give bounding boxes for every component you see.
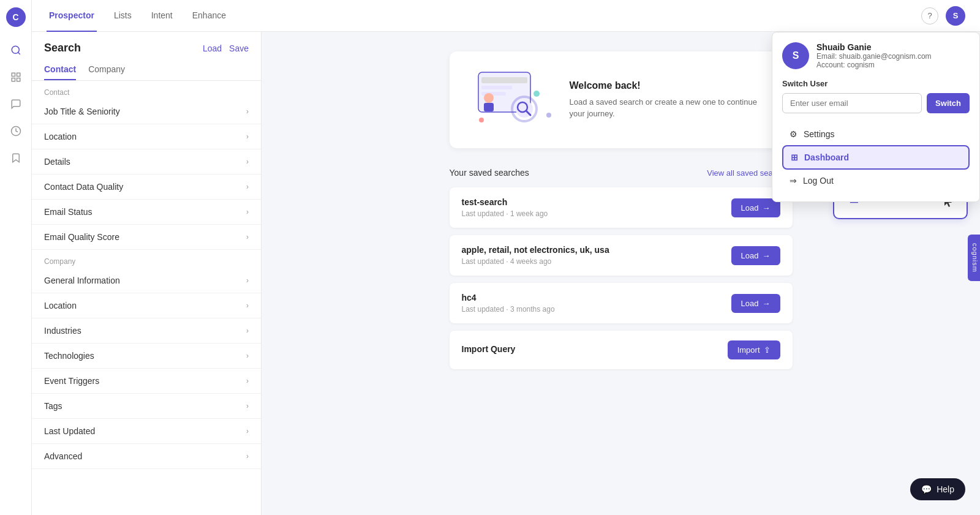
nav-intent[interactable]: Intent [149, 0, 175, 32]
filter-industries[interactable]: Industries › [32, 318, 261, 344]
cognism-side-tab[interactable]: cognism [968, 235, 980, 281]
svg-rect-1 [12, 73, 15, 76]
tab-contact[interactable]: Contact [44, 59, 76, 80]
contact-section-label: Contact [32, 81, 261, 99]
chevron-down-icon: › [246, 208, 249, 216]
filter-email-status-label: Email Status [44, 207, 92, 217]
chevron-down-icon: › [246, 132, 249, 141]
search-card-info: apple, retail, not electronics, uk, usa … [462, 245, 609, 266]
switch-user-button[interactable]: Switch [927, 93, 970, 113]
settings-label: Settings [804, 129, 835, 139]
switch-user-input[interactable] [782, 93, 922, 113]
search-card-meta: Last updated · 3 months ago [462, 305, 555, 314]
chevron-down-icon: › [246, 427, 249, 435]
history-nav-icon[interactable] [5, 120, 27, 142]
user-avatar-button[interactable]: S [946, 6, 965, 26]
filter-title: Search [44, 42, 81, 55]
logout-label: Log Out [803, 176, 834, 186]
save-filter-button[interactable]: Save [229, 43, 249, 53]
dashboard-menu-item[interactable]: ⊞ Dashboard [782, 145, 970, 170]
svg-point-17 [533, 91, 540, 97]
switch-user-label: Switch User [782, 79, 970, 88]
welcome-text: Welcome back! Load a saved search or cre… [570, 80, 773, 120]
svg-point-10 [484, 93, 494, 103]
search-card-name: hc4 [462, 293, 555, 303]
load-search-button-0[interactable]: Load → [731, 198, 780, 217]
filter-advanced-label: Advanced [44, 451, 82, 461]
user-avatar-large: S [782, 42, 809, 69]
svg-rect-7 [481, 77, 527, 83]
nav-prospector[interactable]: Prospector [47, 0, 97, 32]
filter-contact-data-quality[interactable]: Contact Data Quality › [32, 175, 261, 200]
arrow-right-icon: → [763, 203, 771, 212]
chevron-down-icon: › [246, 182, 249, 191]
logout-menu-item[interactable]: ⇒ Log Out [782, 170, 970, 192]
help-icon[interactable]: ? [921, 7, 938, 24]
filter-tags-label: Tags [44, 401, 62, 411]
filter-email-quality-score[interactable]: Email Quality Score › [32, 225, 261, 250]
filter-tabs: Contact Company [32, 59, 261, 81]
filter-tags[interactable]: Tags › [32, 394, 261, 419]
top-nav: Prospector Lists Intent Enhance ? S [32, 0, 980, 32]
grid-nav-icon[interactable] [5, 66, 27, 88]
user-details: Shuaib Ganie Email: shuaib.ganie@cognism… [816, 42, 932, 69]
filter-job-title[interactable]: Job Title & Seniority › [32, 99, 261, 124]
svg-rect-2 [17, 73, 20, 76]
app-logo[interactable]: C [6, 7, 26, 27]
user-dropdown: S Shuaib Ganie Email: shuaib.ganie@cogni… [772, 32, 980, 202]
user-email: Email: shuaib.ganie@cognism.com [816, 52, 932, 61]
filter-event-triggers[interactable]: Event Triggers › [32, 369, 261, 394]
filter-job-title-label: Job Title & Seniority [44, 107, 120, 116]
arrow-right-icon: → [763, 299, 771, 308]
saved-searches-title: Your saved searches [450, 168, 529, 178]
chevron-down-icon: › [246, 326, 249, 335]
filter-email-status[interactable]: Email Status › [32, 200, 261, 225]
filter-general-info-label: General Information [44, 276, 120, 285]
filter-event-triggers-label: Event Triggers [44, 376, 99, 386]
filter-details[interactable]: Details › [32, 149, 261, 175]
import-button[interactable]: Import ⇪ [728, 340, 780, 359]
arrow-right-icon: → [763, 251, 771, 260]
search-card-name: apple, retail, not electronics, uk, usa [462, 245, 609, 255]
chevron-down-icon: › [246, 107, 249, 116]
help-button[interactable]: 💬 Help [910, 478, 965, 500]
filter-location-company[interactable]: Location › [32, 293, 261, 318]
settings-menu-item[interactable]: ⚙ Settings [782, 123, 970, 145]
dashboard-grid-icon: ⊞ [791, 152, 798, 162]
filter-header: Search Load Save [32, 32, 261, 59]
bookmark-nav-icon[interactable] [5, 147, 27, 169]
load-filter-button[interactable]: Load [203, 43, 222, 53]
filter-advanced[interactable]: Advanced › [32, 444, 261, 469]
search-card-info: hc4 Last updated · 3 months ago [462, 293, 555, 314]
filter-location-company-label: Location [44, 301, 77, 310]
help-button-label: Help [937, 484, 954, 494]
user-info-row: S Shuaib Ganie Email: shuaib.ganie@cogni… [782, 42, 970, 69]
filter-last-updated[interactable]: Last Updated › [32, 419, 261, 444]
search-card-meta: Last updated · 4 weeks ago [462, 257, 609, 266]
search-card-1: apple, retail, not electronics, uk, usa … [450, 235, 793, 276]
filter-technologies[interactable]: Technologies › [32, 344, 261, 369]
search-card-meta: Last updated · 1 week ago [462, 209, 548, 218]
load-search-button-1[interactable]: Load → [731, 246, 780, 265]
search-card-info: test-search Last updated · 1 week ago [462, 197, 548, 218]
search-nav-icon[interactable] [5, 39, 27, 61]
nav-lists[interactable]: Lists [111, 0, 134, 32]
svg-rect-8 [481, 86, 512, 89]
filter-general-info[interactable]: General Information › [32, 268, 261, 293]
filter-details-label: Details [44, 157, 70, 167]
filter-actions: Load Save [203, 43, 249, 53]
tab-company[interactable]: Company [88, 59, 125, 80]
top-nav-right: ? S [921, 6, 965, 26]
svg-point-16 [479, 118, 484, 122]
load-search-button-2[interactable]: Load → [731, 294, 780, 313]
dashboard-label: Dashboard [804, 152, 849, 162]
chevron-down-icon: › [246, 351, 249, 360]
welcome-illustration [469, 66, 555, 133]
chat-nav-icon[interactable] [5, 93, 27, 115]
nav-enhance[interactable]: Enhance [190, 0, 228, 32]
filter-location-contact-label: Location [44, 132, 77, 141]
filter-location-contact[interactable]: Location › [32, 124, 261, 149]
welcome-card: Welcome back! Load a saved search or cre… [450, 51, 793, 148]
svg-rect-4 [12, 78, 15, 81]
filter-sidebar: Search Load Save Contact Company Contact… [32, 32, 262, 515]
